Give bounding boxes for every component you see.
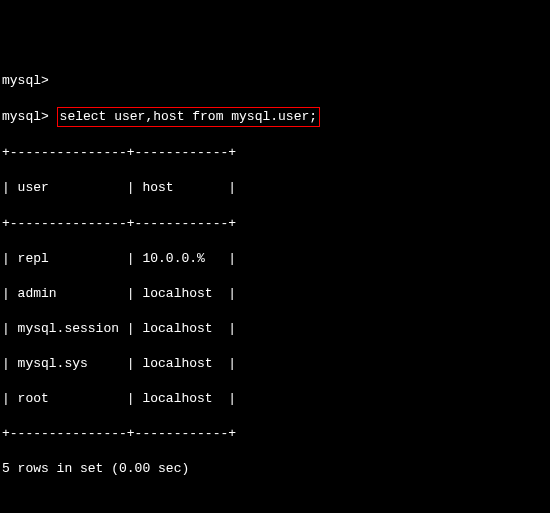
prompt: mysql> (2, 109, 57, 124)
table1-result: 5 rows in set (0.00 sec) (2, 460, 548, 478)
highlight-cmd1: select user,host from mysql.user; (57, 107, 320, 127)
table1-border-mid: +---------------+------------+ (2, 215, 548, 233)
cmd1-line: mysql> select user,host from mysql.user; (2, 107, 548, 127)
table-row: | mysql.session | localhost | (2, 320, 548, 338)
table-row: | mysql.sys | localhost | (2, 355, 548, 373)
table-row: | repl | 10.0.0.% | (2, 250, 548, 268)
prompt-line-blank: mysql> (2, 72, 548, 90)
table1-border-bot: +---------------+------------+ (2, 425, 548, 443)
table-row: | root | localhost | (2, 390, 548, 408)
table-row: | admin | localhost | (2, 285, 548, 303)
table1-border-top: +---------------+------------+ (2, 144, 548, 162)
table1-header: | user | host | (2, 179, 548, 197)
